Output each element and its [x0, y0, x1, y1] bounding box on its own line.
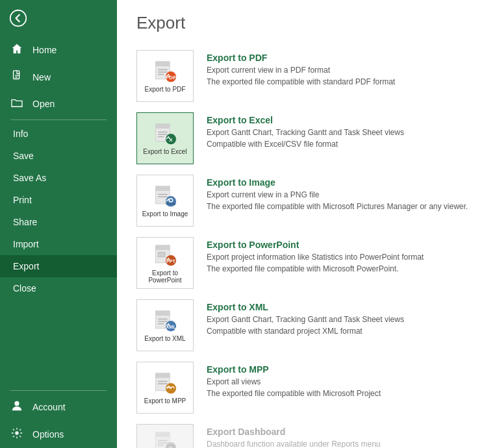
sidebar-item-account[interactable]: Account: [0, 393, 117, 421]
svg-point-0: [10, 10, 27, 27]
svg-rect-28: [156, 245, 170, 249]
export-row-excel: X Export to Excel Export to Excel Export…: [136, 107, 480, 169]
open-icon: [10, 97, 23, 110]
sidebar-label-home: Home: [32, 45, 57, 55]
export-excel-button[interactable]: X Export to Excel: [136, 112, 194, 164]
export-dashboard-title: Export Dashboard: [207, 427, 480, 437]
svg-rect-1: [14, 71, 19, 79]
sidebar-item-options[interactable]: Options: [0, 421, 117, 448]
export-ppt-desc: Export project information like Statisti…: [207, 251, 480, 275]
export-row-xml: XML Export to XML Export to XML Export G…: [136, 294, 480, 356]
svg-rect-21: [156, 186, 170, 191]
svg-rect-33: [156, 311, 170, 316]
export-row-pdf: PDF Export to PDF Export to PDF Export c…: [136, 45, 480, 107]
svg-rect-26: [166, 203, 175, 205]
export-mpp-button[interactable]: Export to MPP: [136, 362, 194, 414]
export-ppt-label: Export to PowerPoint: [140, 269, 190, 284]
svg-rect-40: [156, 373, 170, 378]
export-xml-desc: Export Gantt Chart, Tracking Gantt and T…: [207, 314, 480, 337]
export-mpp-desc: Export all views The exported file compa…: [207, 376, 480, 399]
sidebar-item-close[interactable]: Close: [0, 277, 117, 299]
export-pdf-label: Export to PDF: [145, 86, 186, 93]
export-image-button[interactable]: Export to Image: [136, 175, 194, 227]
sidebar-label-open: Open: [32, 99, 55, 109]
gear-icon: [10, 427, 23, 442]
svg-point-5: [15, 431, 18, 434]
export-dashboard-info: Export Dashboard Dashboard function avai…: [207, 424, 480, 448]
home-icon: [10, 43, 23, 57]
export-image-desc: Export current view in a PNG file The ex…: [207, 189, 480, 212]
export-mpp-info: Export to MPP Export all views The expor…: [207, 362, 480, 399]
export-excel-title: Export to Excel: [207, 115, 480, 125]
sidebar-item-export[interactable]: Export: [0, 255, 117, 277]
export-image-title: Export to Image: [207, 177, 480, 188]
export-dashboard-button: Export Dashboard: [136, 424, 194, 448]
sidebar-item-info[interactable]: Info: [0, 123, 117, 145]
export-dashboard-desc: Dashboard function available under Repor…: [207, 438, 480, 448]
svg-rect-14: [156, 124, 170, 129]
sidebar-item-new[interactable]: New: [0, 64, 117, 91]
svg-rect-7: [156, 62, 170, 66]
export-pdf-info: Export to PDF Export current view in a P…: [207, 50, 480, 88]
export-grid: PDF Export to PDF Export to PDF Export c…: [136, 45, 480, 448]
sidebar-item-print[interactable]: Print: [0, 189, 117, 211]
export-row-ppt: PPT Export to PowerPoint Export to Power…: [136, 232, 480, 294]
svg-text:X: X: [169, 137, 173, 143]
divider-top: [10, 119, 107, 120]
export-xml-title: Export to XML: [207, 302, 480, 312]
export-xml-info: Export to XML Export Gantt Chart, Tracki…: [207, 299, 480, 337]
sidebar-item-open[interactable]: Open: [0, 91, 117, 117]
sidebar-item-share[interactable]: Share: [0, 211, 117, 233]
back-button[interactable]: [5, 5, 31, 31]
svg-point-4: [14, 401, 19, 406]
export-ppt-title: Export to PowerPoint: [207, 240, 480, 250]
export-pdf-desc: Export current view in a PDF format The …: [207, 64, 480, 88]
sidebar-item-home[interactable]: Home: [0, 36, 117, 64]
export-row-dashboard: Export Dashboard Export Dashboard Dashbo…: [136, 419, 480, 448]
export-image-info: Export to Image Export current view in a…: [207, 175, 480, 212]
export-xml-button[interactable]: XML Export to XML: [136, 299, 194, 351]
export-ppt-button[interactable]: PPT Export to PowerPoint: [136, 237, 194, 289]
export-excel-desc: Export Gantt Chart, Tracking Gantt and T…: [207, 127, 480, 150]
svg-point-24: [166, 196, 176, 206]
export-row-mpp: Export to MPP Export to MPP Export all v…: [136, 356, 480, 419]
sidebar-item-save-as[interactable]: Save As: [0, 167, 117, 189]
new-icon: [10, 70, 23, 84]
svg-rect-29: [158, 252, 165, 256]
export-pdf-button[interactable]: PDF Export to PDF: [136, 50, 194, 102]
export-mpp-title: Export to MPP: [207, 364, 480, 375]
svg-rect-45: [156, 432, 170, 436]
export-pdf-title: Export to PDF: [207, 53, 480, 63]
export-row-image: Export to Image Export to Image Export c…: [136, 169, 480, 232]
sidebar-label-new: New: [32, 72, 51, 82]
sidebar-label-options: Options: [32, 429, 64, 440]
main-content: Export PDF Export to PDF Export to PDF: [117, 0, 499, 448]
sidebar-bottom: Account Options: [0, 388, 117, 448]
export-ppt-info: Export to PowerPoint Export project info…: [207, 237, 480, 275]
export-xml-label: Export to XML: [144, 335, 185, 342]
export-mpp-label: Export to MPP: [144, 397, 186, 404]
export-excel-label: Export to Excel: [143, 148, 186, 155]
export-image-label: Export to Image: [142, 210, 188, 218]
page-title: Export: [136, 13, 480, 33]
sidebar-label-account: Account: [32, 402, 66, 412]
sidebar-item-save[interactable]: Save: [0, 145, 117, 167]
sidebar: Home New Open Info Save Save As Print Sh…: [0, 0, 117, 448]
person-icon: [10, 400, 23, 414]
sidebar-item-import[interactable]: Import: [0, 233, 117, 255]
divider-bottom: [10, 390, 107, 391]
export-excel-info: Export to Excel Export Gantt Chart, Trac…: [207, 112, 480, 150]
